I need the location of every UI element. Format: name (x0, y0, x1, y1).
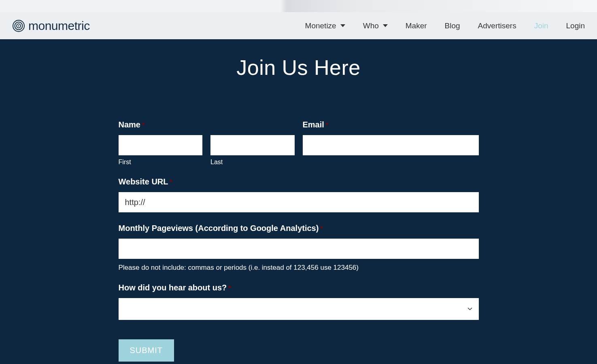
page-title: Join Us Here (0, 55, 597, 80)
name-label: Name* (119, 120, 295, 129)
nav-item-blog[interactable]: Blog (445, 21, 460, 30)
brand-logo[interactable]: monumetric (12, 19, 90, 33)
signup-form: Name* First Last Email* (119, 80, 479, 364)
brand-icon (12, 19, 25, 32)
nav-label: Advertisers (478, 21, 516, 30)
hero-section: Join Us Here Name* First Last (0, 39, 597, 364)
first-sublabel: First (119, 159, 203, 166)
nav-label: Login (566, 21, 585, 30)
hero-image-strip (0, 0, 597, 12)
nav-item-monetize[interactable]: Monetize (305, 21, 345, 30)
name-label-text: Name (119, 120, 140, 129)
required-marker: * (320, 225, 323, 232)
nav-label: Blog (445, 21, 460, 30)
pageviews-label: Monthly Pageviews (According to Google A… (119, 224, 479, 233)
nav-label: Monetize (305, 21, 336, 30)
required-marker: * (142, 122, 144, 129)
last-name-input[interactable] (210, 135, 295, 155)
pageviews-label-text: Monthly Pageviews (According to Google A… (119, 224, 319, 233)
hear-about-label: How did you hear about us?* (119, 283, 479, 292)
required-marker: * (228, 285, 231, 292)
website-label-text: Website URL (119, 177, 168, 186)
last-sublabel: Last (210, 159, 295, 166)
svg-point-3 (18, 25, 19, 26)
website-label: Website URL* (119, 177, 479, 186)
nav-label: Maker (406, 21, 427, 30)
nav-item-login[interactable]: Login (566, 21, 585, 30)
hear-label-text: How did you hear about us? (119, 283, 227, 292)
email-label: Email* (303, 120, 479, 129)
nav-item-maker[interactable]: Maker (406, 21, 427, 30)
email-label-text: Email (303, 120, 324, 129)
chevron-down-icon (383, 24, 388, 27)
chevron-down-icon (340, 24, 345, 27)
email-input[interactable] (303, 135, 479, 155)
nav-item-advertisers[interactable]: Advertisers (478, 21, 516, 30)
nav-item-join[interactable]: Join (534, 21, 548, 30)
first-name-input[interactable] (119, 135, 203, 155)
pageviews-helper: Please do not include: commas or periods… (119, 264, 479, 272)
required-marker: * (326, 122, 328, 129)
pageviews-input[interactable] (119, 239, 479, 259)
nav-label: Who (363, 21, 379, 30)
nav-item-who[interactable]: Who (363, 21, 388, 30)
main-navbar: monumetric Monetize Who Maker Blog Adver… (0, 12, 597, 39)
submit-button[interactable]: SUBMIT (119, 339, 174, 362)
nav-links: Monetize Who Maker Blog Advertisers Join… (305, 21, 585, 30)
brand-text: monumetric (28, 19, 90, 33)
website-url-input[interactable] (119, 192, 479, 212)
nav-label: Join (534, 21, 548, 30)
hear-about-select[interactable] (119, 298, 479, 320)
required-marker: * (170, 179, 172, 186)
